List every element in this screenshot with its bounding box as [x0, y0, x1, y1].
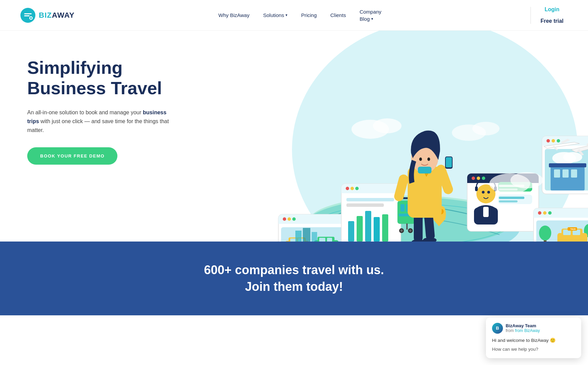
- svg-rect-31: [319, 238, 325, 242]
- bizaway-logo-icon: [20, 8, 35, 23]
- nav-company[interactable]: Company: [354, 6, 387, 15]
- svg-point-125: [401, 230, 403, 232]
- svg-point-14: [288, 217, 291, 221]
- svg-point-146: [510, 172, 543, 188]
- hero-text-content: Simplifying Business Travel An all-in-on…: [27, 51, 170, 165]
- svg-point-15: [292, 217, 296, 221]
- nav-links: Why BizAway Solutions ▾ Pricing Clients …: [75, 6, 525, 24]
- svg-rect-142: [418, 167, 431, 173]
- svg-rect-63: [475, 186, 478, 191]
- svg-rect-48: [348, 221, 354, 242]
- hero-illustration: TAXI: [214, 31, 588, 242]
- nav-auth-stack: Login Free trial: [536, 4, 568, 27]
- svg-rect-119: [401, 204, 405, 212]
- svg-rect-32: [327, 238, 332, 242]
- svg-rect-89: [549, 163, 586, 167]
- nav-divider: [530, 7, 531, 24]
- nav-blog[interactable]: Blog ▾: [354, 15, 379, 24]
- svg-rect-1: [24, 13, 32, 14]
- svg-point-98: [548, 211, 552, 215]
- svg-rect-38: [303, 228, 310, 242]
- hero-description: An all-in-one solution to book and manag…: [27, 108, 170, 135]
- svg-rect-95: [534, 213, 588, 218]
- svg-rect-50: [365, 211, 371, 242]
- book-demo-button[interactable]: BOOK YOUR FREE DEMO: [27, 147, 117, 165]
- svg-point-144: [373, 118, 402, 133]
- svg-point-148: [472, 122, 500, 135]
- svg-point-43: [346, 187, 349, 190]
- svg-point-44: [350, 187, 354, 190]
- svg-point-45: [355, 187, 359, 190]
- svg-rect-42: [341, 188, 401, 193]
- logo-text: BIZAWAY: [39, 11, 75, 20]
- svg-point-141: [427, 157, 430, 161]
- free-trial-button[interactable]: Free trial: [536, 15, 568, 27]
- svg-rect-87: [562, 169, 569, 178]
- svg-point-57: [472, 177, 475, 180]
- banner-title: 600+ companies travel with us. Join them…: [204, 262, 384, 295]
- svg-point-126: [409, 230, 412, 232]
- svg-rect-39: [312, 232, 317, 242]
- nav-why-bizaway[interactable]: Why BizAway: [213, 10, 255, 21]
- svg-rect-37: [295, 231, 301, 242]
- svg-point-61: [482, 191, 485, 194]
- svg-text:TAXI: TAXI: [570, 228, 575, 230]
- svg-rect-71: [499, 200, 518, 202]
- svg-rect-69: [498, 195, 532, 204]
- svg-point-101: [539, 226, 551, 240]
- svg-point-59: [482, 177, 485, 180]
- svg-rect-88: [571, 169, 577, 178]
- svg-rect-47: [346, 203, 384, 207]
- blue-banner-section: 600+ companies travel with us. Join them…: [0, 242, 588, 315]
- svg-rect-49: [357, 216, 363, 242]
- svg-point-13: [283, 217, 286, 221]
- nav-solutions[interactable]: Solutions ▾: [258, 10, 293, 21]
- svg-point-96: [538, 211, 541, 215]
- nav-pricing[interactable]: Pricing: [296, 10, 322, 21]
- svg-rect-2: [24, 15, 30, 16]
- login-button[interactable]: Login: [540, 4, 564, 15]
- svg-point-62: [487, 191, 490, 194]
- svg-rect-122: [406, 223, 408, 230]
- svg-rect-86: [554, 169, 560, 178]
- svg-point-58: [477, 177, 480, 180]
- svg-rect-51: [374, 217, 380, 242]
- svg-point-140: [419, 157, 422, 161]
- svg-rect-46: [346, 198, 394, 201]
- nav-clients[interactable]: Clients: [325, 10, 352, 21]
- svg-point-80: [557, 139, 560, 143]
- svg-rect-130: [414, 214, 423, 242]
- svg-point-4: [30, 17, 32, 19]
- blog-chevron-icon: ▾: [371, 17, 373, 21]
- svg-rect-52: [382, 214, 388, 242]
- svg-point-83: [563, 152, 582, 162]
- nav-right: Login Free trial: [525, 4, 568, 27]
- navbar: BIZAWAY Why BizAway Solutions ▾ Pricing …: [0, 0, 588, 31]
- nav-company-blog-group: Company Blog ▾: [354, 6, 387, 24]
- hero-section: Simplifying Business Travel An all-in-on…: [0, 31, 588, 242]
- solutions-chevron-icon: ▾: [285, 13, 288, 17]
- hero-title: Simplifying Business Travel: [27, 58, 170, 99]
- svg-rect-74: [483, 207, 489, 217]
- svg-rect-137: [446, 157, 452, 167]
- svg-rect-70: [499, 197, 524, 199]
- svg-point-97: [543, 211, 546, 215]
- logo[interactable]: BIZAWAY: [20, 8, 75, 23]
- svg-point-78: [546, 139, 550, 143]
- svg-point-79: [552, 139, 555, 143]
